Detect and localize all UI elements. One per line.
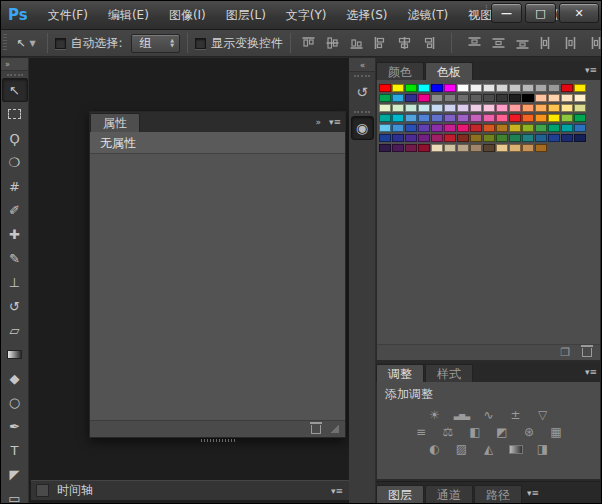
blur-tool[interactable]: ◆ [2,366,28,390]
swatch-r5-c2[interactable] [392,124,404,132]
tab-颜色[interactable]: 颜色 [376,62,424,80]
swatch-r2-c6[interactable] [444,94,456,102]
swatch-r6-c7[interactable] [457,134,469,142]
swatch-r4-c5[interactable] [431,114,443,122]
swatch-r1-c9[interactable] [483,84,495,92]
swatch-r7-c9[interactable] [483,144,495,152]
swatch-r5-c3[interactable] [405,124,417,132]
distribute-right-edges-button[interactable] [586,35,602,51]
swatch-r6-c16[interactable] [574,134,586,142]
swatch-r2-c2[interactable] [392,94,404,102]
swatch-r5-c6[interactable] [444,124,456,132]
swatch-r5-c8[interactable] [470,124,482,132]
gradient-tool[interactable] [2,342,28,366]
swatch-r3-c9[interactable] [483,104,495,112]
swatch-r7-c4[interactable] [418,144,430,152]
clone-stamp-tool[interactable]: ⊥ [2,270,28,294]
threshold-icon[interactable]: ◭ [480,442,498,456]
rectangle-tool[interactable]: ▭ [2,486,28,504]
trash-icon[interactable] [582,348,592,357]
canvas-area[interactable]: 属性 » ▾≡ 无属性 时间轴 ▾≡ [29,58,349,504]
swatch-r2-c7[interactable] [457,94,469,102]
history-panel-icon[interactable]: ↺ [351,80,374,104]
swatch-r5-c9[interactable] [483,124,495,132]
swatch-r5-c14[interactable] [548,124,560,132]
menu-item-3[interactable]: 图像(I) [159,1,216,30]
swatch-r1-c6[interactable] [444,84,456,92]
pen-tool[interactable]: ✒ [2,414,28,438]
auto-select-checkbox[interactable] [55,38,66,49]
swatch-r6-c4[interactable] [418,134,430,142]
distribute-horizontal-centers-button[interactable] [562,35,579,51]
swatch-r7-c5[interactable] [431,144,443,152]
swatch-r1-c2[interactable] [392,84,404,92]
spot-healing-brush-tool[interactable]: ✚ [2,222,28,246]
swatch-r2-c15[interactable] [561,94,573,102]
swatch-r7-c3[interactable] [405,144,417,152]
swatch-r1-c8[interactable] [470,84,482,92]
swatch-r4-c14[interactable] [548,114,560,122]
swatch-r2-c4[interactable] [418,94,430,102]
path-selection-tool[interactable]: ◤ [2,462,28,486]
distribute-vertical-centers-button[interactable] [490,35,507,51]
options-bar-grip[interactable] [3,34,7,52]
invert-icon[interactable]: ◐ [426,442,444,456]
tab-调整[interactable]: 调整 [376,364,424,382]
swatch-r6-c3[interactable] [405,134,417,142]
dock-collapse-button[interactable]: « [349,58,375,72]
swatch-r3-c12[interactable] [522,104,534,112]
swatch-r6-c5[interactable] [431,134,443,142]
swatch-r3-c2[interactable] [392,104,404,112]
swatch-r5-c16[interactable] [574,124,586,132]
swatch-r7-c6[interactable] [444,144,456,152]
vibrance-icon[interactable]: ▽ [534,408,552,422]
channel-mixer-icon[interactable]: ⊛ [520,425,538,439]
swatch-r2-c1[interactable] [379,94,391,102]
menu-item-6[interactable]: 选择(S) [337,1,398,30]
swatch-r4-c9[interactable] [483,114,495,122]
dock-grip[interactable] [349,108,375,115]
align-top-edges-button[interactable] [300,35,317,51]
panel-menu-icon[interactable]: ▾≡ [325,113,345,132]
toolbar-collapse-button[interactable]: » [1,58,28,71]
swatch-r6-c14[interactable] [548,134,560,142]
swatch-r2-c14[interactable] [548,94,560,102]
swatch-r2-c13[interactable] [535,94,547,102]
swatch-r6-c6[interactable] [444,134,456,142]
swatch-r1-c11[interactable] [509,84,521,92]
swatch-r2-c5[interactable] [431,94,443,102]
swatch-r6-c1[interactable] [379,134,391,142]
minimize-button[interactable]: — [491,3,522,23]
swatch-r4-c13[interactable] [535,114,547,122]
hue-saturation-icon[interactable]: ≡ [412,425,430,439]
align-horizontal-centers-button[interactable] [396,35,413,51]
move-tool[interactable]: ↖ [2,78,28,102]
swatch-r1-c1[interactable] [379,84,391,92]
tab-路径[interactable]: 路径 [474,485,522,503]
swatch-r5-c11[interactable] [509,124,521,132]
maximize-button[interactable]: □ [525,3,556,23]
swatch-r1-c4[interactable] [418,84,430,92]
menu-item-4[interactable]: 图层(L) [216,1,276,30]
gradient-map-icon[interactable] [507,442,525,456]
distribute-bottom-edges-button[interactable] [514,35,531,51]
swatch-r4-c10[interactable] [496,114,508,122]
dock-grip[interactable] [349,72,375,79]
swatch-r1-c15[interactable] [561,84,573,92]
collapse-panel-icon[interactable]: » [311,113,325,132]
swatch-r3-c5[interactable] [431,104,443,112]
swatch-r3-c10[interactable] [496,104,508,112]
levels-icon[interactable]: ▃▅▃ [453,408,471,422]
swatch-r2-c11[interactable] [509,94,521,102]
swatch-r4-c11[interactable] [509,114,521,122]
swatch-r2-c9[interactable] [483,94,495,102]
exposure-icon[interactable]: ± [507,408,525,422]
history-brush-tool[interactable]: ↺ [2,294,28,318]
menu-item-1[interactable]: 文件(F) [38,1,98,30]
align-right-edges-button[interactable] [420,35,437,51]
panel-drag-handle[interactable] [201,439,235,442]
toolbar-grip[interactable] [1,71,28,78]
swatch-r4-c1[interactable] [379,114,391,122]
swatch-r4-c3[interactable] [405,114,417,122]
eyedropper-tool[interactable]: ✐ [2,198,28,222]
